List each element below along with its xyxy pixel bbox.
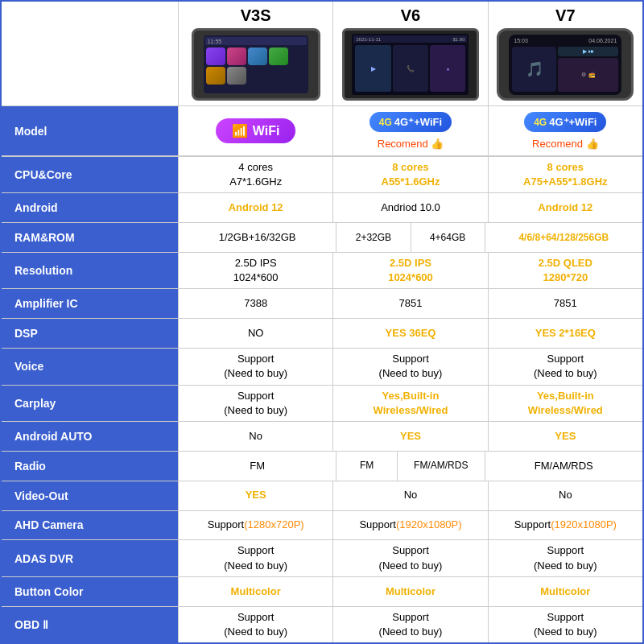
4gwifi-badge-v7: 4G4G⁺+WiFi (524, 112, 606, 132)
row-ram: RAM&ROM 1/2GB+16/32GB 2+32GB 4+64GB 4/6/… (2, 223, 642, 253)
wifi-badge-v3s: 📶 WiFi (216, 118, 296, 143)
label-android-auto: Android AUTO (2, 422, 179, 451)
cell-carplay-v7: Yes,Built-inWireless/Wired (489, 386, 642, 421)
label-ram: RAM&ROM (2, 223, 179, 252)
product-header-v7: V7 15:03 04.06.2021 🎵 ▶ ⏭ (489, 2, 642, 105)
cell-video-v7: No (489, 481, 642, 510)
label-obd: OBD Ⅱ (2, 607, 179, 642)
row-ahd: AHD Camera Support(1280x720P) Support(19… (2, 511, 642, 541)
cell-ahd-v7: Support(1920x1080P) (489, 511, 642, 540)
cell-dsp-v7: YES 2*16EQ (489, 319, 642, 348)
label-radio: Radio (2, 452, 179, 481)
cell-ram-v7: 4/6/8+64/128/256GB (485, 223, 642, 252)
row-resolution: Resolution 2.5D IPS1024*600 2.5D IPS1024… (2, 253, 642, 289)
product-header-v6: V6 2021-11-11 $1.80 ▶ 📞 (333, 2, 488, 105)
row-label-model: Model (2, 106, 179, 155)
recommend-text-v6: Recomend 👍 (378, 138, 444, 150)
label-carplay: Carplay (2, 386, 179, 421)
cell-cpu-v7: 8 coresA75+A55*1.8GHz (489, 157, 642, 192)
device-image-v7: 15:03 04.06.2021 🎵 ▶ ⏭ ⚙ (497, 28, 634, 101)
cell-auto-v6: YES (333, 422, 488, 451)
label-button-color: Button Color (2, 577, 179, 606)
row-adas: ADAS DVR Support(Need to buy) Support(Ne… (2, 540, 642, 576)
cell-android-v6: Andriod 10.0 (333, 193, 488, 222)
label-amplifier: Amplifier IC (2, 289, 179, 318)
row-radio: Radio FM FM FM/AM/RDS FM/AM/RDS (2, 452, 642, 481)
model-cell-v6: 4G4G⁺+WiFi Recomend 👍 (333, 106, 488, 155)
cell-cpu-v6: 8 coresA55*1.6GHz (333, 157, 488, 192)
cell-amp-v7: 7851 (489, 289, 642, 318)
cell-res-v3s: 2.5D IPS1024*600 (179, 253, 333, 288)
cell-video-v6: No (333, 481, 488, 510)
label-ahd: AHD Camera (2, 511, 179, 540)
cell-voice-v3s: Support(Need to buy) (179, 349, 333, 384)
cell-obd-v3s: Support(Need to buy) (179, 607, 333, 642)
model-cell-v3s: 📶 WiFi (179, 106, 333, 155)
row-dsp: DSP NO YES 36EQ YES 2*16EQ (2, 319, 642, 349)
cell-android-v3s: Android 12 (179, 193, 333, 222)
cell-video-v3s: YES (179, 481, 333, 510)
cell-auto-v7: YES (489, 422, 642, 451)
cell-color-v7: Multicolor (489, 577, 642, 606)
product-title-v3s: V3S (241, 6, 271, 25)
model-cell-v7: 4G4G⁺+WiFi Recomend 👍 (489, 106, 642, 155)
device-image-v3s: 11:55 (192, 28, 320, 101)
cell-dsp-v6: YES 36EQ (333, 319, 488, 348)
row-video-out: Video-Out YES No No (2, 481, 642, 511)
cell-color-v6: Multicolor (333, 577, 488, 606)
cell-voice-v6: Support(Need to buy) (333, 349, 488, 384)
row-android: Android Android 12 Andriod 10.0 Android … (2, 193, 642, 223)
label-cpu: CPU&Core (2, 157, 179, 192)
cell-obd-v6: Support(Need to buy) (333, 607, 488, 642)
cell-adas-v7: Support(Need to buy) (489, 540, 642, 576)
label-adas: ADAS DVR (2, 540, 179, 576)
row-carplay: Carplay Support(Need to buy) Yes,Built-i… (2, 386, 642, 422)
cell-radio-v7: FM/AM/RDS (485, 452, 642, 481)
cell-ahd-v6: Support(1920x1080P) (333, 511, 488, 540)
row-obd: OBD Ⅱ Support(Need to buy) Support(Need … (2, 607, 642, 642)
cell-res-v7: 2.5D QLED1280*720 (489, 253, 642, 288)
cell-cpu-v3s: 4 coresA7*1.6GHz (179, 157, 333, 192)
cell-amp-v3s: 7388 (179, 289, 333, 318)
comparison-table: V3S 11:55 (0, 0, 644, 644)
cell-obd-v7: Support(Need to buy) (489, 607, 642, 642)
cell-adas-v3s: Support(Need to buy) (179, 540, 333, 576)
cell-adas-v6: Support(Need to buy) (333, 540, 488, 576)
4gwifi-badge-v6: 4G4G⁺+WiFi (369, 112, 452, 132)
product-title-v6: V6 (401, 6, 420, 25)
table-body: CPU&Core 4 coresA7*1.6GHz 8 coresA55*1.6… (2, 156, 642, 642)
cell-res-v6: 2.5D IPS1024*600 (333, 253, 488, 288)
cell-voice-v7: Support(Need to buy) (489, 349, 642, 384)
model-row: Model 📶 WiFi 4G4G⁺+WiFi Recomend 👍 4G4G⁺… (2, 106, 642, 156)
wifi-icon: 📶 (232, 123, 248, 138)
label-android: Android (2, 193, 179, 222)
product-header-v3s: V3S 11:55 (179, 2, 333, 105)
cell-android-v7: Android 12 (489, 193, 642, 222)
cell-ahd-v3s: Support(1280x720P) (179, 511, 333, 540)
cell-ram-v6: 2+32GB 4+64GB (336, 223, 485, 252)
cell-radio-v6: FM FM/AM/RDS (336, 452, 485, 481)
cell-carplay-v3s: Support(Need to buy) (179, 386, 333, 421)
row-voice: Voice Support(Need to buy) Support(Need … (2, 349, 642, 385)
device-image-v6: 2021-11-11 $1.80 ▶ 📞 ● (342, 28, 479, 101)
cell-amp-v6: 7851 (333, 289, 488, 318)
cell-dsp-v3s: NO (179, 319, 333, 348)
cell-auto-v3s: No (179, 422, 333, 451)
cell-color-v3s: Multicolor (179, 577, 333, 606)
row-button-color: Button Color Multicolor Multicolor Multi… (2, 577, 642, 607)
recommend-text-v7: Recomend 👍 (532, 138, 598, 150)
label-video-out: Video-Out (2, 481, 179, 510)
label-dsp: DSP (2, 319, 179, 348)
cell-radio-v3s: FM (179, 452, 336, 481)
label-resolution: Resolution (2, 253, 179, 288)
label-voice: Voice (2, 349, 179, 384)
row-amplifier: Amplifier IC 7388 7851 7851 (2, 289, 642, 319)
cell-carplay-v6: Yes,Built-inWireless/Wired (333, 386, 488, 421)
product-title-v7: V7 (555, 6, 575, 25)
row-android-auto: Android AUTO No YES YES (2, 422, 642, 452)
row-cpu: CPU&Core 4 coresA7*1.6GHz 8 coresA55*1.6… (2, 157, 642, 193)
cell-ram-v3s: 1/2GB+16/32GB (179, 223, 336, 252)
